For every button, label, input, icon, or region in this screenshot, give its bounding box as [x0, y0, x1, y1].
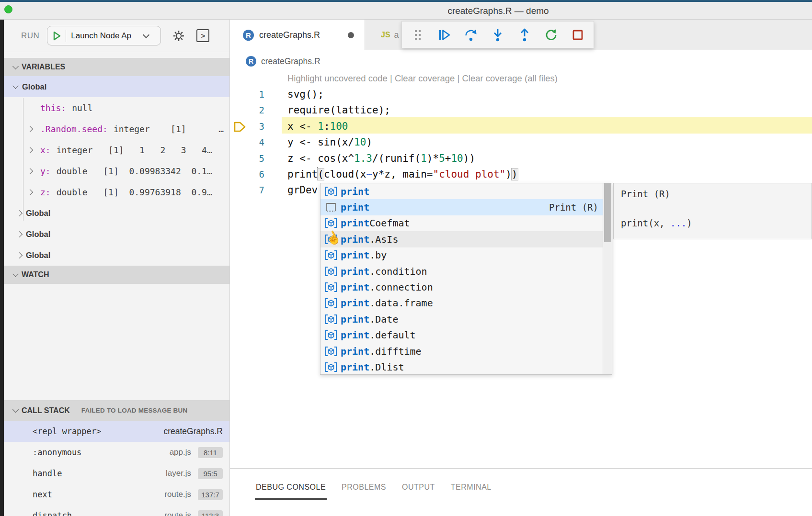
callstack-frame[interactable]: nextroute.js137:7 — [4, 484, 229, 505]
panel-divider — [230, 468, 812, 469]
toolbar-grip[interactable] — [410, 27, 426, 43]
line-number[interactable]: 7 — [230, 182, 264, 198]
suggestion-item[interactable]: print.Dlist — [320, 359, 603, 374]
panel-tab-debug-console[interactable]: DEBUG CONSOLE — [255, 478, 327, 500]
suggestion-item[interactable]: print.data.frame — [320, 295, 603, 311]
code-line[interactable]: 3x <- 1:100 — [230, 119, 812, 135]
callstack-frame[interactable]: :anonymousapp.js8:11 — [4, 442, 229, 463]
step-into-button[interactable] — [490, 27, 506, 43]
frame-file: route.js — [164, 511, 191, 516]
suggestion-label: print.condition — [341, 266, 427, 277]
module-icon: ☝ — [324, 234, 341, 245]
frame-function: next — [33, 490, 52, 499]
run-label: RUN — [21, 31, 39, 41]
scope-row-global[interactable]: Global — [4, 245, 229, 266]
breadcrumb[interactable]: R createGraphs.R — [230, 50, 812, 72]
restart-button[interactable] — [543, 27, 559, 43]
panel-tab-output[interactable]: OUTPUT — [401, 478, 436, 500]
settings-button[interactable] — [172, 29, 186, 43]
suggestion-item[interactable]: ☝print.AsIs — [320, 231, 603, 247]
suggestion-suffix: .by — [369, 249, 387, 261]
line-number[interactable]: 1 — [230, 87, 264, 102]
suggestion-item[interactable]: printPrint (R) — [320, 199, 603, 215]
variable-name: this: — [40, 103, 66, 113]
line-number[interactable]: 2 — [230, 102, 264, 118]
line-number[interactable]: 6 — [230, 167, 264, 182]
watch-section-header[interactable]: WATCH — [4, 266, 229, 284]
collapsed-scopes-list: GlobalGlobalGlobal — [4, 202, 229, 266]
panel-tab-problems[interactable]: PROBLEMS — [341, 478, 387, 500]
debug-sidebar: RUN Launch Node Ap — [4, 20, 230, 516]
suggestion-item[interactable]: printCoefmat — [320, 215, 603, 231]
scope-row-global-selected[interactable]: Global — [4, 76, 229, 97]
scrollbar-thumb[interactable] — [604, 183, 611, 242]
frame-function: handle — [33, 469, 62, 478]
frame-location-badge: 112:3 — [198, 510, 223, 516]
line-number[interactable]: 5 — [230, 151, 264, 167]
stop-button[interactable] — [570, 27, 586, 43]
scope-label: Global — [26, 209, 50, 218]
suggestion-item[interactable]: print.by — [320, 247, 603, 263]
module-icon — [324, 249, 341, 261]
line-number[interactable]: 4 — [230, 135, 264, 150]
variable-row[interactable]: this:null — [4, 97, 229, 118]
suggestion-item[interactable]: print.Date — [320, 311, 603, 327]
code-line[interactable]: 2require(lattice); — [230, 102, 812, 118]
scope-row-global[interactable]: Global — [4, 202, 229, 224]
code-token: 10 — [354, 136, 366, 148]
popup-scrollbar[interactable] — [603, 183, 612, 374]
code-line[interactable]: 1svg(); — [230, 87, 812, 102]
variable-row[interactable]: x:integer [1] 1 2 3 4… — [4, 139, 229, 160]
suggestion-item[interactable]: print.default — [320, 327, 603, 343]
step-over-button[interactable] — [463, 27, 479, 43]
code-token: + — [445, 153, 451, 164]
variable-row[interactable]: .Random.seed:integer [1]… — [4, 118, 229, 139]
callstack-frame[interactable]: dispatchroute.js112:3 — [4, 505, 229, 516]
callstack-header-label: CALL STACK — [22, 406, 70, 415]
variable-row[interactable]: z:double [1] 0.99763918 0.9… — [4, 181, 229, 202]
suggestion-item[interactable]: print.condition — [320, 263, 603, 279]
traffic-light-green[interactable] — [4, 5, 12, 13]
matched-text: print — [341, 281, 369, 293]
breadcrumb-label: createGraphs.R — [261, 56, 320, 67]
suggestion-item[interactable]: print.difftime — [320, 343, 603, 359]
launch-config-dropdown[interactable]: Launch Node Ap — [47, 26, 161, 45]
chevron-right-icon — [28, 148, 37, 152]
module-icon — [324, 186, 341, 197]
suggestion-suffix: .difftime — [369, 346, 421, 357]
code-line[interactable]: 5z <- cos(x^1.3/(runif(1)*5+10)) — [230, 151, 812, 167]
callstack-frame[interactable]: handlelayer.js95:5 — [4, 463, 229, 484]
docs-signature: print(x, ...) — [621, 218, 692, 228]
variables-section-header[interactable]: VARIABLES — [4, 58, 229, 76]
code-line[interactable]: 4y <- sin(x/10) — [230, 135, 812, 150]
suggestion-list: printprintPrint (R)printCoefmat☝print.As… — [320, 183, 603, 374]
callstack-frame[interactable]: <repl wrapper>createGraphs.R — [4, 421, 229, 442]
panel-tab-terminal[interactable]: TERMINAL — [450, 478, 492, 500]
coverage-link[interactable]: Highlight uncovered code — [287, 73, 388, 83]
open-debug-console-button[interactable]: > — [196, 29, 209, 42]
suggestion-item[interactable]: print.connection — [320, 279, 603, 295]
code-token: ) — [366, 136, 372, 148]
scope-row-global[interactable]: Global — [4, 224, 229, 245]
callstack-section-header[interactable]: CALL STACK FAILED TO LOAD MESSAGE BUN — [4, 400, 229, 421]
continue-button[interactable] — [436, 27, 453, 43]
tab-creategraphs-r[interactable]: R createGraphs.R — [230, 20, 365, 50]
code-text: print(cloud(x~y*z, main="cloud plot")) — [287, 167, 518, 182]
chevron-right-icon — [16, 231, 23, 237]
chevron-right-icon — [28, 169, 37, 173]
coverage-link[interactable]: Clear coverage (all files) — [462, 73, 557, 83]
step-over-icon — [464, 28, 478, 42]
play-icon[interactable] — [52, 31, 62, 41]
coverage-link[interactable]: Clear coverage — [395, 73, 455, 83]
step-out-button[interactable] — [516, 27, 533, 43]
window-title: createGraphs.R — demo — [374, 6, 623, 16]
tab-label: createGraphs.R — [259, 30, 320, 40]
chevron-right-icon — [16, 252, 23, 258]
module-icon — [324, 297, 341, 309]
code-line[interactable]: 6print(cloud(x~y*z, main="cloud plot")) — [230, 167, 812, 182]
modified-dot-icon[interactable] — [348, 32, 354, 38]
suggestion-detail: Print (R) — [549, 202, 598, 213]
suggestion-item[interactable]: print — [320, 183, 603, 199]
variable-row[interactable]: y:double [1] 0.09983342 0.1… — [4, 160, 229, 181]
coverage-separator: | — [388, 73, 395, 83]
